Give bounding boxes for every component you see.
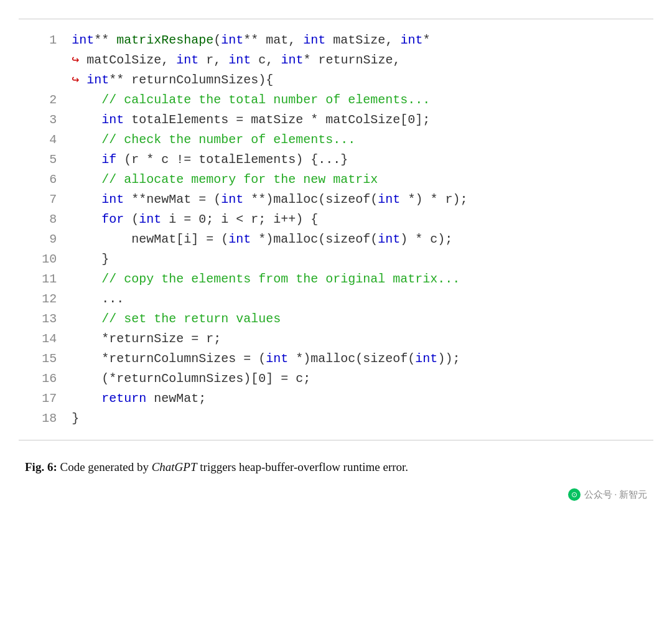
code-token: totalElements = matSize * matColSize[0]; xyxy=(124,113,430,127)
table-row: 8 for (int i = 0; i < r; i++) { xyxy=(19,210,653,230)
table-row: 6 // allocate memory for the new matrix xyxy=(19,170,653,190)
table-row: 9 newMat[i] = (int *)malloc(sizeof(int) … xyxy=(19,230,653,249)
code-block: 1int** matrixReshape(int** mat, int matS… xyxy=(19,19,653,440)
code-token xyxy=(72,113,101,127)
table-row: 5 if (r * c != totalElements) {...} xyxy=(19,150,653,170)
code-token: // copy the elements from the original m… xyxy=(72,272,460,286)
line-code: // check the number of elements... xyxy=(72,130,653,150)
wechat-icon: ⊙ xyxy=(568,488,581,501)
code-token: int xyxy=(303,33,325,47)
line-number: 10 xyxy=(19,249,72,269)
code-token: ** returnColumnSizes){ xyxy=(109,73,273,87)
line-number: 5 xyxy=(19,150,72,170)
line-code: int **newMat = (int **)malloc(sizeof(int… xyxy=(72,190,653,210)
watermark: ⊙ 公众号 · 新智元 xyxy=(0,488,672,506)
line-code: *returnSize = r; xyxy=(72,329,653,349)
line-code: *returnColumnSizes = (int *)malloc(sizeo… xyxy=(72,349,653,369)
code-token: int xyxy=(72,33,94,47)
code-token: return xyxy=(101,391,146,406)
code-token: * returnSize, xyxy=(303,53,400,67)
table-row: 1int** matrixReshape(int** mat, int matS… xyxy=(19,30,653,50)
code-token: int xyxy=(281,53,303,67)
code-token: ... xyxy=(72,292,124,306)
line-code: int totalElements = matSize * matColSize… xyxy=(72,110,653,130)
caption-text-before: Code generated by xyxy=(57,460,152,473)
table-row: 10 } xyxy=(19,249,653,269)
code-token: int xyxy=(415,352,437,366)
code-token: ( xyxy=(124,212,139,226)
line-code: return newMat; xyxy=(72,389,653,409)
page-container: 1int** matrixReshape(int** mat, int matS… xyxy=(0,0,672,624)
table-row: ↪ matColSize, int r, int c, int* returnS… xyxy=(19,50,653,70)
code-token: **newMat = ( xyxy=(124,192,221,207)
line-number: 6 xyxy=(19,170,72,190)
line-number: 1 xyxy=(19,30,72,50)
code-table: 1int** matrixReshape(int** mat, int matS… xyxy=(19,30,653,429)
line-code: // set the return values xyxy=(72,309,653,329)
table-row: 17 return newMat; xyxy=(19,389,653,409)
code-token: for xyxy=(101,212,124,226)
code-token: matrixReshape xyxy=(116,33,213,47)
line-number xyxy=(19,70,72,90)
code-token: i = 0; i < r; i++) { xyxy=(161,212,318,226)
line-number: 9 xyxy=(19,230,72,249)
line-number: 14 xyxy=(19,329,72,349)
line-number: 7 xyxy=(19,190,72,210)
line-code: int** matrixReshape(int** mat, int matSi… xyxy=(72,30,653,50)
table-row: 13 // set the return values xyxy=(19,309,653,329)
code-token: ↪ xyxy=(72,73,79,87)
line-number: 16 xyxy=(19,369,72,389)
code-token: )); xyxy=(437,352,460,366)
code-token: if xyxy=(101,152,116,167)
code-token xyxy=(72,212,101,226)
code-token: *returnColumnSizes = ( xyxy=(72,352,266,366)
line-code: } xyxy=(72,409,653,429)
code-token: *returnSize = r; xyxy=(72,332,221,346)
code-token: int xyxy=(228,232,251,246)
table-row: 11 // copy the elements from the origina… xyxy=(19,269,653,289)
line-code: // calculate the total number of element… xyxy=(72,90,653,110)
code-token: ** xyxy=(94,33,116,47)
line-number: 2 xyxy=(19,90,72,110)
code-token: *) * r); xyxy=(400,192,467,207)
code-token: ** mat, xyxy=(243,33,303,47)
caption-italic: ChatGPT xyxy=(152,460,197,473)
table-row: 7 int **newMat = (int **)malloc(sizeof(i… xyxy=(19,190,653,210)
code-token: int xyxy=(378,192,400,207)
code-token: } xyxy=(72,411,79,426)
code-token: int xyxy=(221,192,243,207)
line-number: 8 xyxy=(19,210,72,230)
code-token: **)malloc(sizeof( xyxy=(243,192,378,207)
line-number: 15 xyxy=(19,349,72,369)
code-token: c, xyxy=(251,53,281,67)
table-row: 4 // check the number of elements... xyxy=(19,130,653,150)
code-token: matSize, xyxy=(325,33,400,47)
code-token: ↪ xyxy=(72,53,79,67)
code-token: r, xyxy=(198,53,228,67)
line-code: ... xyxy=(72,289,653,309)
code-token: // allocate memory for the new matrix xyxy=(72,172,378,187)
line-number: 3 xyxy=(19,110,72,130)
code-token: int xyxy=(228,53,251,67)
line-code: ↪ int** returnColumnSizes){ xyxy=(72,70,653,90)
code-token: int xyxy=(139,212,161,226)
code-token: int xyxy=(101,113,124,127)
code-token: *)malloc(sizeof( xyxy=(288,352,415,366)
code-token: // calculate the total number of element… xyxy=(72,93,430,107)
caption-label: Fig. 6: xyxy=(25,460,57,473)
code-token: ( xyxy=(213,33,221,47)
line-number: 13 xyxy=(19,309,72,329)
code-token: newMat[i] = ( xyxy=(72,232,228,246)
line-code: ↪ matColSize, int r, int c, int* returnS… xyxy=(72,50,653,70)
code-token: int xyxy=(221,33,243,47)
line-number: 12 xyxy=(19,289,72,309)
line-number xyxy=(19,50,72,70)
code-token: int xyxy=(101,192,124,207)
line-code: // allocate memory for the new matrix xyxy=(72,170,653,190)
code-token: // set the return values xyxy=(72,312,281,326)
table-row: 2 // calculate the total number of eleme… xyxy=(19,90,653,110)
code-token: int xyxy=(266,352,288,366)
table-row: 16 (*returnColumnSizes)[0] = c; xyxy=(19,369,653,389)
code-token: (*returnColumnSizes)[0] = c; xyxy=(72,371,310,386)
line-code: } xyxy=(72,249,653,269)
